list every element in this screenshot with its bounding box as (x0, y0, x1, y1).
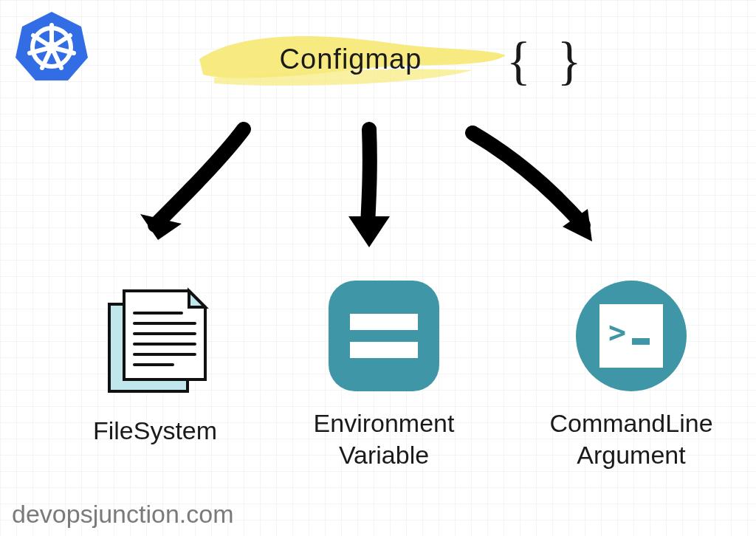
title-block: Configmap { } (192, 26, 509, 92)
item-commandline: > CommandLine Argument (524, 281, 738, 470)
diagram-title: Configmap (280, 44, 422, 75)
arrow-to-commandline-icon (450, 114, 613, 262)
footer-credit: devopsjunction.com (12, 500, 234, 529)
item-envvar: Environment Variable (266, 281, 502, 470)
arrow-to-envvar-icon (310, 114, 428, 262)
arrow-to-filesystem-icon (126, 114, 273, 262)
kubernetes-logo-icon (15, 9, 89, 83)
equals-square-icon (266, 281, 502, 391)
item-envvar-label: Environment Variable (266, 408, 502, 470)
filesystem-icon (59, 281, 251, 399)
terminal-circle-icon: > (524, 281, 738, 391)
item-commandline-label: CommandLine Argument (524, 408, 738, 470)
item-filesystem: FileSystem (59, 281, 251, 447)
item-filesystem-label: FileSystem (59, 415, 251, 447)
braces-icon: { } (506, 30, 588, 92)
